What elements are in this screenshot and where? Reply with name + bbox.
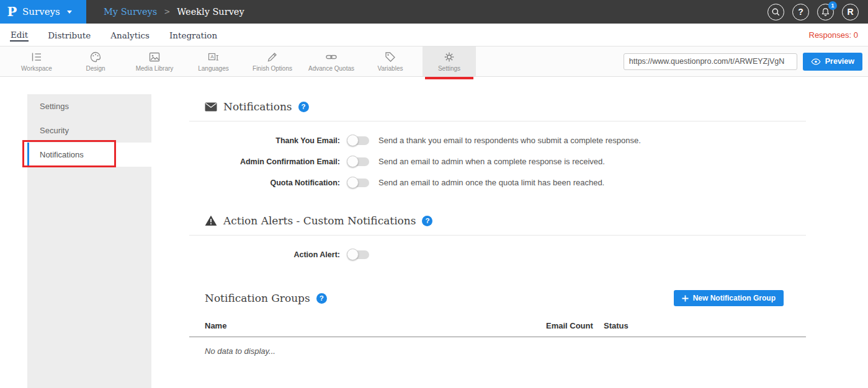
toggle-knob xyxy=(347,156,359,167)
admin-confirmation-email-row: Admin Confirmation Email: Send an email … xyxy=(189,156,806,167)
quota-notification-row: Quota Notification: Send an email to adm… xyxy=(189,177,806,188)
thank-you-email-toggle[interactable] xyxy=(348,136,369,145)
toolbar-item-advance-quotas[interactable]: Advance Quotas xyxy=(305,46,358,76)
product-switcher-label: Surveys xyxy=(22,6,60,17)
toggle-description: Send an email to admin when a complete r… xyxy=(378,157,605,166)
help-button[interactable]: ? xyxy=(792,4,809,20)
table-header-status: Status xyxy=(604,321,806,330)
breadcrumb-current-survey: Weekly Survey xyxy=(177,7,244,17)
main-nav-tabs: Edit Distribute Analytics Integration Re… xyxy=(0,24,868,46)
tab-edit[interactable]: Edit xyxy=(10,29,29,42)
finish-options-pencil-icon xyxy=(266,51,279,63)
action-alert-toggle[interactable] xyxy=(348,250,369,259)
help-icon[interactable] xyxy=(422,216,432,226)
help-icon[interactable] xyxy=(316,293,327,304)
preview-button[interactable]: Preview xyxy=(803,53,862,71)
toolbar-item-variables[interactable]: Variables xyxy=(364,46,417,76)
survey-toolbar: Workspace Design Media Library A Languag… xyxy=(0,46,868,77)
toolbar-item-label: Design xyxy=(86,65,105,72)
toggle-label: Thank You Email: xyxy=(189,136,340,145)
notification-groups-section: Notification Groups New Notification Gro… xyxy=(189,290,806,356)
action-alert-row: Action Alert: xyxy=(189,249,806,260)
notification-groups-table: Name Email Count Status No data to displ… xyxy=(189,321,806,356)
table-header-email-count: Email Count xyxy=(546,321,604,330)
toggle-knob xyxy=(347,177,359,188)
sidebar-item-settings[interactable]: Settings xyxy=(27,94,151,118)
section-title: Action Alerts - Custom Notifications xyxy=(223,214,416,227)
settings-content: Settings Security Notifications Notifica… xyxy=(0,77,868,388)
preview-button-label: Preview xyxy=(825,57,854,66)
envelope-icon xyxy=(205,102,217,112)
plus-icon xyxy=(682,295,689,302)
empty-table-message: No data to display... xyxy=(205,346,806,356)
divider xyxy=(189,121,806,121)
toolbar-item-label: Languages xyxy=(198,65,229,72)
tab-integration[interactable]: Integration xyxy=(169,29,218,41)
table-header-name: Name xyxy=(205,321,546,330)
topbar-actions: ? 1 R xyxy=(767,4,868,20)
avatar[interactable]: R xyxy=(842,4,859,20)
toggle-knob xyxy=(347,134,359,146)
toggle-label: Action Alert: xyxy=(189,250,340,259)
settings-sidebar: Settings Security Notifications xyxy=(27,94,151,388)
notification-badge: 1 xyxy=(828,1,837,10)
toolbar-item-label: Workspace xyxy=(21,65,52,72)
media-library-icon xyxy=(148,51,161,63)
toggle-label: Quota Notification: xyxy=(189,179,340,187)
breadcrumb-separator: > xyxy=(164,7,170,16)
sidebar-item-security[interactable]: Security xyxy=(27,118,151,143)
settings-gear-icon xyxy=(443,51,455,63)
new-notification-group-button[interactable]: New Notification Group xyxy=(674,290,784,306)
toolbar-item-label: Media Library xyxy=(136,65,174,72)
toolbar-item-label: Advance Quotas xyxy=(308,65,354,72)
bell-icon xyxy=(821,7,830,17)
toggle-description: Send an email to admin once the quota li… xyxy=(378,178,604,187)
toolbar-item-media-library[interactable]: Media Library xyxy=(128,46,181,76)
toggle-description: Send a thank you email to respondents wh… xyxy=(378,136,641,145)
survey-url-input[interactable] xyxy=(624,53,797,70)
svg-text:A: A xyxy=(210,54,214,60)
eye-icon xyxy=(811,58,821,66)
help-icon[interactable] xyxy=(298,102,309,112)
toolbar-item-settings[interactable]: Settings xyxy=(423,46,476,76)
new-notification-group-label: New Notification Group xyxy=(693,294,776,302)
app-logo-area[interactable]: P Surveys xyxy=(0,0,86,24)
toolbar-item-finish-options[interactable]: Finish Options xyxy=(246,46,299,76)
search-icon xyxy=(771,7,781,17)
table-header-row: Name Email Count Status xyxy=(189,321,806,337)
toolbar-item-workspace[interactable]: Workspace xyxy=(10,46,63,76)
toggle-knob xyxy=(347,249,359,260)
search-button[interactable] xyxy=(767,4,784,20)
languages-icon: A xyxy=(207,51,220,63)
action-alerts-section: Action Alerts - Custom Notifications Act… xyxy=(189,214,806,260)
section-title: Notifications xyxy=(223,100,292,113)
breadcrumb-my-surveys[interactable]: My Surveys xyxy=(104,7,157,17)
notifications-section: Notifications Thank You Email: Send a th… xyxy=(189,100,806,188)
admin-confirmation-email-toggle[interactable] xyxy=(348,157,369,166)
divider xyxy=(189,235,806,236)
toolbar-item-label: Finish Options xyxy=(253,65,292,72)
toolbar-item-languages[interactable]: A Languages xyxy=(187,46,240,76)
toolbar-item-label: Variables xyxy=(378,65,403,72)
notifications-panel: Notifications Thank You Email: Send a th… xyxy=(151,77,868,356)
quota-notification-toggle[interactable] xyxy=(348,179,369,187)
top-bar: P Surveys My Surveys > Weekly Survey ? 1… xyxy=(0,0,868,24)
chevron-down-icon xyxy=(67,11,72,14)
notifications-button[interactable]: 1 xyxy=(817,4,834,20)
questionpro-logo: P xyxy=(7,4,17,19)
section-title: Notification Groups xyxy=(205,292,310,304)
design-palette-icon xyxy=(89,51,102,63)
thank-you-email-row: Thank You Email: Send a thank you email … xyxy=(189,134,806,146)
responses-count[interactable]: Responses: 0 xyxy=(809,30,859,40)
variables-tag-icon xyxy=(384,51,396,63)
toolbar-item-design[interactable]: Design xyxy=(69,46,122,76)
breadcrumb: My Surveys > Weekly Survey xyxy=(104,7,244,17)
tab-distribute[interactable]: Distribute xyxy=(47,29,91,41)
workspace-icon xyxy=(30,51,43,63)
toolbar-item-label: Settings xyxy=(438,65,460,72)
toggle-label: Admin Confirmation Email: xyxy=(189,157,340,166)
advance-quotas-chain-icon xyxy=(325,51,338,63)
sidebar-item-notifications[interactable]: Notifications xyxy=(27,143,151,167)
tab-analytics[interactable]: Analytics xyxy=(110,29,150,41)
warning-triangle-icon xyxy=(205,215,217,226)
